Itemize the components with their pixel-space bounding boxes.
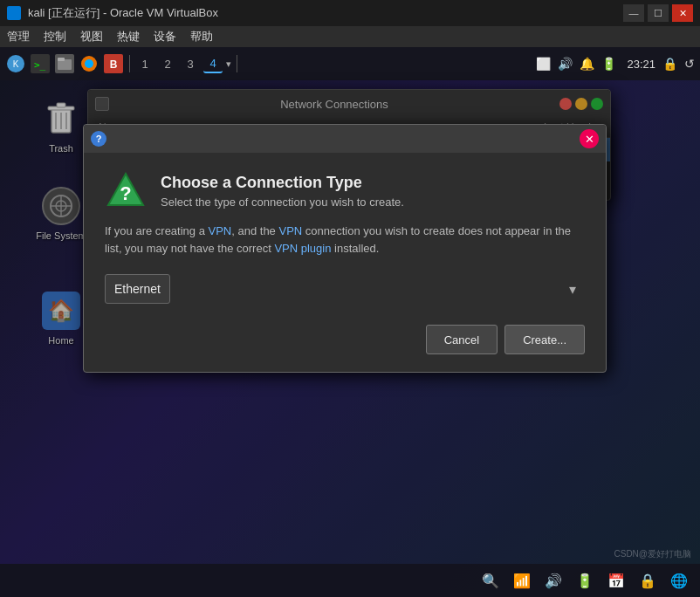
terminal-icon[interactable]: >_	[30, 53, 51, 74]
choose-connection-dialog: ? ✕ ? Choose a Connection Type Select th…	[83, 124, 607, 373]
screen-icon[interactable]: ⬜	[536, 57, 551, 71]
connection-type-select-wrapper: Ethernet Wi-Fi VPN DSL Bond Bridge VLAN	[105, 274, 585, 304]
dialog-description: If you are creating a VPN, and the VPN c…	[105, 223, 585, 257]
menu-item-control[interactable]: 控制	[44, 29, 66, 45]
files-icon[interactable]	[54, 53, 75, 74]
lock-icon[interactable]: 🔒	[662, 57, 677, 71]
taskbar-right: ⬜ 🔊 🔔 🔋 23:21 🔒 ↺	[536, 57, 695, 71]
menu-item-hotkey[interactable]: 热键	[117, 29, 140, 45]
svg-point-8	[85, 59, 93, 68]
dialog-title-block: Choose a Connection Type Select the type…	[161, 174, 404, 209]
taskbar-separator-1	[129, 55, 130, 72]
watermark: CSDN@爱好打电脑	[614, 548, 692, 560]
desktop-expand-icon[interactable]: ▾	[226, 58, 231, 70]
title-bar-controls: — ☐ ✕	[623, 4, 693, 22]
taskbar-separator-2	[237, 55, 237, 72]
menu-item-help[interactable]: 帮助	[190, 29, 213, 45]
kali-desktop: Trash File System 🏠 Home Network Connect…	[0, 80, 700, 597]
menu-item-manage[interactable]: 管理	[7, 29, 30, 45]
dialog-body: ? Choose a Connection Type Select the ty…	[84, 153, 606, 372]
bottom-globe-icon[interactable]: 🌐	[667, 568, 691, 593]
kali-bottom-taskbar: 🔍 📶 🔊 🔋 📅 🔒 🌐	[0, 564, 700, 597]
vm-screen: K >_ B 1 2 3 4 ▾ ⬜ 🔊 🔔 🔋 23:21 🔒 ↺	[0, 47, 700, 597]
burpsuite-icon[interactable]: B	[103, 53, 124, 74]
battery-icon[interactable]: 🔋	[601, 57, 616, 71]
dialog-close-button[interactable]: ✕	[580, 129, 599, 148]
bottom-volume-icon[interactable]: 🔊	[541, 568, 566, 593]
desktop-1-btn[interactable]: 1	[135, 54, 154, 73]
maximize-button[interactable]: ☐	[648, 4, 669, 22]
dialog-subtitle: Select the type of connection you wish t…	[161, 196, 404, 209]
vpn-highlight-2: VPN	[278, 224, 302, 237]
dialog-icon: ?	[105, 170, 147, 212]
volume-icon[interactable]: 🔊	[558, 57, 573, 71]
close-button[interactable]: ✕	[672, 4, 693, 22]
menu-item-view[interactable]: 视图	[80, 29, 103, 45]
bottom-search-icon[interactable]: 🔍	[478, 568, 503, 593]
cancel-button[interactable]: Cancel	[426, 325, 498, 354]
notification-icon[interactable]: 🔔	[580, 57, 594, 71]
kali-menu-icon[interactable]: K	[5, 53, 26, 74]
desktop-3-btn[interactable]: 3	[181, 54, 200, 73]
bottom-calendar-icon[interactable]: 📅	[604, 568, 628, 593]
connection-type-select[interactable]: Ethernet Wi-Fi VPN DSL Bond Bridge VLAN	[105, 274, 170, 304]
vpn-highlight-3: VPN plugin	[274, 242, 331, 255]
dialog-titlebar: ? ✕	[84, 125, 606, 153]
firefox-icon[interactable]	[79, 53, 100, 74]
clock: 23:21	[627, 58, 655, 71]
dialog-buttons: Cancel Create...	[105, 325, 585, 354]
desktop-2-btn[interactable]: 2	[158, 54, 177, 73]
dialog-header: ? Choose a Connection Type Select the ty…	[105, 170, 585, 212]
title-bar: kali [正在运行] - Oracle VM VirtualBox — ☐ ✕	[0, 0, 700, 26]
svg-text:B: B	[110, 58, 118, 71]
create-button[interactable]: Create...	[504, 325, 585, 354]
bottom-network-icon[interactable]: 📶	[510, 568, 534, 593]
window-title: kali [正在运行] - Oracle VM VirtualBox	[28, 5, 218, 21]
desktop-4-btn[interactable]: 4	[203, 54, 223, 73]
svg-text:K: K	[13, 59, 19, 69]
bottom-battery-icon[interactable]: 🔋	[573, 568, 597, 593]
dialog-select-row: Ethernet Wi-Fi VPN DSL Bond Bridge VLAN	[105, 274, 585, 304]
minimize-button[interactable]: —	[623, 4, 644, 22]
kali-taskbar: K >_ B 1 2 3 4 ▾ ⬜ 🔊 🔔 🔋 23:21 🔒 ↺	[0, 47, 700, 80]
refresh-icon[interactable]: ↺	[684, 57, 695, 71]
dialog-title-icon: ?	[91, 131, 106, 147]
dialog-title: Choose a Connection Type	[161, 174, 404, 192]
vpn-highlight-1: VPN	[209, 224, 232, 237]
menu-item-devices[interactable]: 设备	[154, 29, 176, 45]
bottom-security-icon[interactable]: 🔒	[635, 568, 660, 593]
vbox-icon	[7, 6, 21, 20]
svg-text:>_: >_	[34, 59, 46, 71]
svg-rect-6	[58, 58, 65, 61]
svg-text:?: ?	[120, 182, 131, 204]
menu-bar: 管理 控制 视图 热键 设备 帮助	[0, 26, 700, 47]
title-bar-left: kali [正在运行] - Oracle VM VirtualBox	[7, 5, 218, 21]
